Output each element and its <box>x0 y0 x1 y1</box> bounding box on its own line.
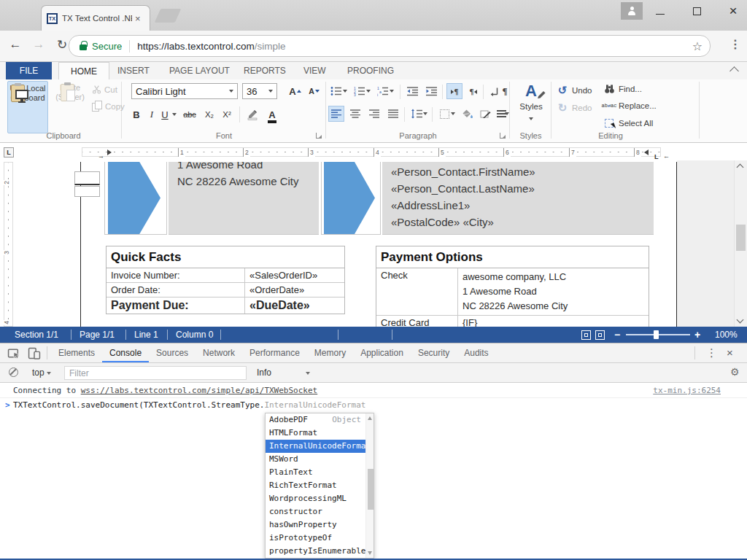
styles-button[interactable]: A Styles <box>514 82 549 128</box>
devtools-more-icon[interactable]: ⋮ <box>706 347 717 359</box>
clear-console-icon[interactable] <box>9 368 18 377</box>
ribbon-tab-proofing[interactable]: PROOFING <box>336 62 406 79</box>
text-break-button[interactable] <box>486 83 502 99</box>
status-column[interactable]: Column 0 <box>176 327 213 343</box>
autocomplete-item[interactable]: hasOwnProperty <box>266 518 374 532</box>
blue-arrow-shape[interactable] <box>108 162 160 234</box>
shrink-font-button[interactable]: A <box>303 83 320 99</box>
table-row[interactable]: Credit Card {IF} <box>376 316 649 327</box>
autocomplete-scrollbar[interactable] <box>365 413 374 558</box>
undo-button[interactable]: ↺ Undo <box>557 84 592 97</box>
autocomplete-item-selected[interactable]: InternalUnicodeFormat <box>266 440 374 453</box>
scroll-down-icon[interactable] <box>368 551 372 555</box>
horizontal-ruler[interactable]: 1 2 3 4 5 6 7 8 <box>82 147 661 157</box>
inspect-element-icon[interactable] <box>7 347 20 359</box>
autocomplete-item[interactable]: MSWord <box>266 453 374 466</box>
bullet-list-button[interactable] <box>328 83 344 99</box>
tab-close-icon[interactable]: × <box>135 14 141 23</box>
scroll-up-icon[interactable] <box>368 416 372 420</box>
autocomplete-item[interactable]: HTMLFormat <box>266 427 374 440</box>
ribbon-tab-reports[interactable]: REPORTS <box>232 62 298 79</box>
multilevel-list-button[interactable]: 1 a i <box>375 83 391 99</box>
scroll-up-icon[interactable] <box>737 164 744 171</box>
font-color-button[interactable]: A <box>264 106 280 122</box>
maximize-button[interactable] <box>681 0 713 22</box>
bookmark-star-icon[interactable]: ☆ <box>692 39 703 53</box>
chevron-down-icon[interactable] <box>268 90 273 93</box>
recipient-merge-block[interactable]: «Person_Contact.FirstName» «Person_Conta… <box>382 162 654 235</box>
show-paragraph-marks-button[interactable]: ¶ <box>500 83 509 99</box>
devtools-tab-application[interactable]: Application <box>353 343 411 362</box>
select-all-button[interactable]: Select All <box>603 119 653 128</box>
scrollbar-thumb[interactable] <box>736 225 746 251</box>
devtools-tab-network[interactable]: Network <box>196 343 242 362</box>
log-level-select[interactable]: Info <box>257 363 310 383</box>
paragraph-dialog-launcher-icon[interactable] <box>500 133 506 139</box>
grow-font-button[interactable]: A <box>285 83 301 99</box>
autocomplete-item[interactable]: constructor <box>266 505 374 518</box>
line-spacing-button[interactable] <box>409 106 425 122</box>
tab-stop-mark[interactable]: L <box>654 154 659 160</box>
autocomplete-item[interactable]: RichTextFormat <box>266 479 374 492</box>
scrollbar-thumb[interactable] <box>368 469 374 510</box>
url-path[interactable]: /simple <box>255 41 286 52</box>
console-prompt[interactable]: > TXTextControl.saveDocument(TXTextContr… <box>0 398 747 413</box>
align-center-button[interactable] <box>347 106 363 122</box>
forward-button[interactable]: → <box>29 37 48 52</box>
font-family-select[interactable]: Calibri Light <box>131 83 238 99</box>
ribbon-tab-file[interactable]: FILE <box>6 62 52 79</box>
table-cell-small[interactable] <box>74 186 100 197</box>
fit-width-icon[interactable] <box>595 330 605 340</box>
font-size-select[interactable]: 36 <box>242 83 277 99</box>
align-right-button[interactable] <box>366 106 382 122</box>
use-local-clipboard-button[interactable]: Use Local Clipboard <box>7 81 48 133</box>
numbered-list-button[interactable]: 1 2 3 <box>352 83 368 99</box>
left-to-right-button[interactable]: ¶ <box>446 83 462 99</box>
format-shading-button[interactable] <box>477 106 493 122</box>
borders-caret[interactable] <box>451 112 455 115</box>
devtools-tab-audits[interactable]: Audits <box>457 343 495 362</box>
devtools-close-icon[interactable]: × <box>727 347 733 359</box>
status-line[interactable]: Line 1 <box>134 327 158 343</box>
shading-lines-caret[interactable] <box>505 112 509 115</box>
numbered-list-caret[interactable] <box>366 90 371 93</box>
blue-arrow-shape[interactable] <box>324 162 375 234</box>
superscript-button[interactable]: X² <box>219 106 235 122</box>
strikethrough-button[interactable]: abc <box>181 106 198 122</box>
zoom-slider-thumb[interactable] <box>654 330 659 339</box>
italic-button[interactable]: I <box>146 106 158 122</box>
highlight-color-button[interactable] <box>244 106 261 122</box>
left-indent-marker[interactable]: → <box>98 153 104 160</box>
document-scrollbar[interactable] <box>734 160 747 327</box>
address-bar[interactable]: Secure https://labs.textcontrol.com/simp… <box>69 35 711 57</box>
align-left-button[interactable] <box>328 106 344 122</box>
ribbon-tab-view[interactable]: VIEW <box>292 62 338 79</box>
devtools-tab-security[interactable]: Security <box>411 343 457 362</box>
shape-cell[interactable] <box>104 162 167 235</box>
secure-label[interactable]: Secure <box>92 41 122 52</box>
status-page[interactable]: Page 1/1 <box>80 327 115 343</box>
fit-page-icon[interactable] <box>581 330 591 340</box>
browser-tab[interactable]: TX TX Text Control .NET Serv × <box>41 5 150 31</box>
subscript-button[interactable]: X₂ <box>201 106 217 122</box>
right-indent-marker[interactable] <box>644 149 649 155</box>
devtools-tab-console[interactable]: Console <box>102 343 149 362</box>
shading-button[interactable] <box>460 106 476 122</box>
devtools-tab-performance[interactable]: Performance <box>242 343 307 362</box>
line-spacing-caret[interactable] <box>423 112 427 115</box>
devtools-tab-memory[interactable]: Memory <box>307 343 353 362</box>
ribbon-tab-page-layout[interactable]: PAGE LAYOUT <box>158 62 241 79</box>
collapse-ribbon-icon[interactable] <box>729 66 739 76</box>
increase-indent-button[interactable] <box>423 83 439 99</box>
table-cell-small[interactable] <box>74 171 100 185</box>
autocomplete-item[interactable]: WordprocessingML <box>266 492 374 505</box>
tab-stop-selector[interactable]: L <box>4 147 14 158</box>
execution-context-select[interactable]: top <box>32 363 51 383</box>
underline-button[interactable]: U <box>159 106 171 122</box>
first-line-indent-marker[interactable] <box>107 149 112 155</box>
right-to-left-button[interactable]: ¶ <box>465 83 481 99</box>
scroll-down-icon[interactable] <box>737 316 744 324</box>
toggle-device-toolbar-icon[interactable] <box>28 347 41 359</box>
back-button[interactable]: ← <box>6 37 25 52</box>
bullet-list-caret[interactable] <box>343 90 347 93</box>
